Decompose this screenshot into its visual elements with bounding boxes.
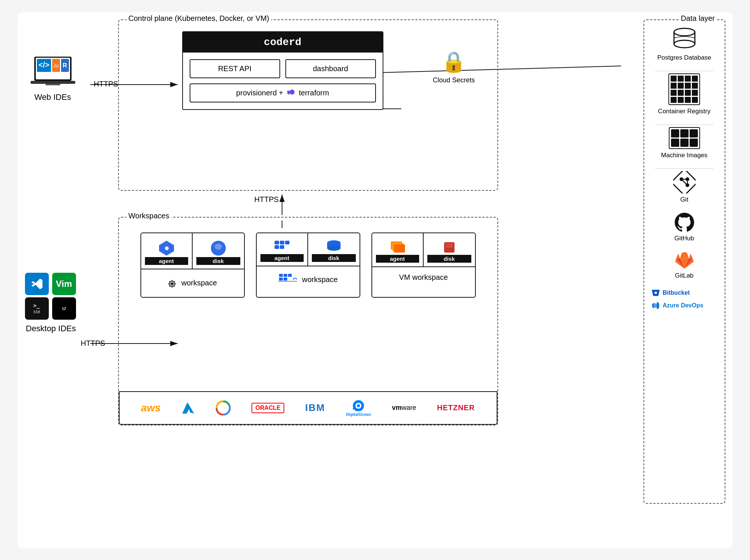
vmware-logo: vmware	[392, 404, 416, 412]
vm-disk-icon	[440, 239, 458, 255]
docker-agent-label: agent	[260, 254, 304, 262]
hetzner-logo: HETZNER	[437, 404, 475, 412]
desktop-ides-https-label: HTTPS	[81, 339, 105, 348]
bitbucket-item: Bitbucket	[648, 289, 721, 297]
k8s-agent-icon: ⎈	[158, 239, 175, 257]
svg-rect-49	[355, 409, 357, 411]
git-label: Git	[680, 196, 689, 204]
docker-disk-label: disk	[312, 254, 356, 262]
vm-disk-label: disk	[427, 255, 471, 263]
gitlab-label: GitLab	[675, 272, 693, 280]
terraform-icon	[287, 89, 295, 97]
vm-top: agent disk	[372, 233, 475, 267]
git-icon	[673, 171, 696, 193]
svg-rect-22	[275, 241, 279, 244]
svg-point-48	[357, 404, 360, 407]
vm-agent: agent	[372, 233, 424, 266]
svg-rect-30	[279, 274, 283, 277]
k8s-agent: ⎈ agent	[141, 233, 193, 269]
container-registry-icon	[668, 73, 700, 105]
docker-workspace: agent disk	[256, 232, 360, 298]
svg-point-55	[674, 40, 695, 48]
svg-rect-23	[280, 241, 284, 244]
docker-disk-icon	[325, 239, 343, 254]
machine-images-item: Machine Images	[648, 127, 721, 159]
docker-workspace-label: workspace	[302, 275, 338, 284]
svg-rect-50	[353, 408, 354, 409]
gcp-logo	[216, 401, 231, 415]
gitlab-icon	[675, 251, 694, 269]
bitbucket-label: Bitbucket	[663, 290, 690, 296]
container-registry-label: Container Registry	[658, 107, 711, 116]
vm-disk: disk	[424, 233, 475, 266]
github-item: GitHub	[648, 213, 721, 243]
data-layer-label: Data layer	[678, 14, 717, 23]
svg-rect-32	[288, 274, 292, 277]
azure-logo	[181, 402, 195, 414]
k8s-workspace-label: workspace	[181, 279, 217, 287]
svg-text:Ju: Ju	[53, 63, 58, 69]
rest-api-module: REST API	[190, 59, 280, 78]
machine-images-label: Machine Images	[661, 151, 708, 159]
svg-rect-26	[275, 245, 279, 249]
aws-logo: aws	[141, 402, 161, 414]
workspace-cards: ⎈ agent disk ⎈ workspace	[123, 221, 494, 305]
container-registry-item: Container Registry	[648, 73, 721, 116]
provider-bar: aws ORACLE IBM	[119, 391, 497, 425]
vscode-icon	[25, 273, 49, 295]
dashboard-module: dashboard	[285, 59, 376, 78]
laptop-icon: </> Ju R	[29, 53, 77, 88]
svg-text:R: R	[63, 62, 67, 69]
agent-label: agent	[145, 257, 188, 265]
ssh-icon: >_SSH	[25, 297, 49, 320]
azure-devops-item: Azure DevOps	[648, 301, 721, 310]
provisionerd-module: provisionerd + 🔷 terraform provisionerd …	[190, 83, 376, 102]
svg-rect-38	[394, 244, 405, 253]
git-item: Git	[648, 171, 721, 204]
vm-agent-label: agent	[376, 255, 419, 263]
svg-rect-31	[284, 274, 287, 277]
ibm-logo: IBM	[305, 402, 325, 414]
svg-rect-40	[446, 244, 453, 245]
k8s-top: ⎈ agent disk	[141, 233, 244, 269]
vm-workspace: agent disk VM workspace	[371, 232, 476, 298]
svg-rect-17	[45, 84, 60, 85]
svg-point-21	[215, 244, 222, 250]
oracle-logo: ORACLE	[251, 403, 284, 413]
workspaces-label: Workspaces	[126, 212, 172, 220]
vim-icon: Vim	[52, 273, 76, 295]
docker-agent-icon	[273, 239, 291, 254]
digitalocean-logo: DigitalOcean	[346, 399, 371, 417]
svg-point-29	[327, 246, 341, 251]
coderd-box: coderd REST API dashboard provisionerd +…	[182, 31, 383, 110]
coderd-body: REST API dashboard provisionerd + 🔷 terr…	[183, 53, 383, 109]
data-layer: Data layer Postgres Database	[643, 19, 725, 504]
docker-top: agent disk	[257, 233, 360, 266]
k8s-bottom: ⎈ workspace	[141, 269, 244, 297]
docker-disk: disk	[308, 233, 360, 266]
gitlab-item: GitLab	[648, 251, 721, 280]
bitbucket-icon	[652, 289, 660, 297]
control-plane-label: Control plane (Kubernetes, Docker, or VM…	[126, 14, 272, 23]
diagram-container: </> Ju R Web IDEs HTTPS Vim	[18, 12, 733, 548]
web-ides-label: Web IDEs	[34, 92, 71, 103]
svg-rect-24	[285, 241, 289, 244]
svg-rect-52	[674, 32, 695, 44]
control-plane: Control plane (Kubernetes, Docker, or VM…	[118, 19, 498, 191]
svg-rect-34	[279, 278, 283, 281]
postgres-item: Postgres Database	[648, 25, 721, 62]
web-ides-https-label: HTTPS	[94, 80, 118, 88]
svg-rect-41	[446, 246, 453, 247]
vm-agent-icon	[389, 239, 406, 255]
workspaces: Workspaces ⎈ agent	[118, 217, 498, 425]
github-icon	[675, 213, 694, 232]
docker-bottom: workspace	[257, 266, 360, 293]
svg-rect-33	[284, 278, 287, 281]
svg-rect-16	[31, 81, 75, 84]
docker-agent: agent	[257, 233, 308, 266]
azure-devops-label: Azure DevOps	[663, 302, 703, 309]
docker-logo	[278, 272, 297, 287]
cloud-secrets: 🔒 Cloud Secrets	[433, 50, 475, 84]
web-ides-section: </> Ju R Web IDEs	[29, 53, 77, 103]
vm-bottom: VM workspace	[372, 267, 475, 288]
